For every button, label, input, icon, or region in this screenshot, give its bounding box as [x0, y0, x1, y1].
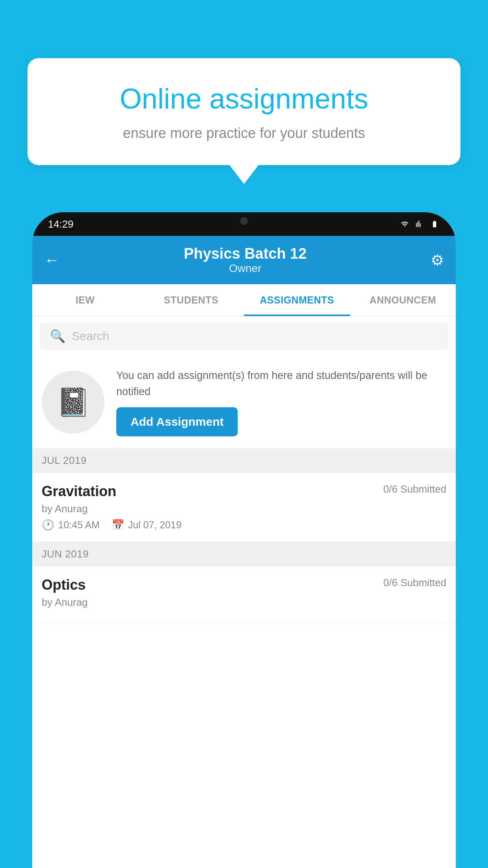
- phone-screen: ← Physics Batch 12 Owner ⚙ IEW STUDENTS …: [32, 236, 456, 868]
- app-header: ← Physics Batch 12 Owner ⚙: [32, 236, 456, 284]
- promo-content: You can add assignment(s) from here and …: [116, 368, 446, 436]
- camera: [240, 217, 248, 225]
- assignment-submitted: 0/6 Submitted: [383, 483, 446, 495]
- search-container: 🔍 Search: [32, 316, 456, 356]
- back-button[interactable]: ←: [44, 251, 60, 269]
- date-value: Jul 07, 2019: [128, 519, 182, 531]
- tab-iew[interactable]: IEW: [32, 284, 138, 316]
- search-bar[interactable]: 🔍 Search: [40, 323, 448, 349]
- status-bar: 14:29: [32, 212, 456, 236]
- bubble-title: Online assignments: [55, 82, 433, 116]
- header-title: Physics Batch 12: [184, 245, 307, 262]
- promo-section: 📓 You can add assignment(s) from here an…: [32, 356, 456, 448]
- speech-bubble: Online assignments ensure more practice …: [28, 58, 460, 165]
- assignment-name: Gravitation: [42, 483, 116, 500]
- assignment-meta: 🕐 10:45 AM 📅 Jul 07, 2019: [42, 519, 446, 531]
- promo-icon-circle: 📓: [42, 371, 105, 434]
- speech-bubble-container: Online assignments ensure more practice …: [28, 58, 460, 165]
- tab-announcements[interactable]: ANNOUNCEM: [350, 284, 456, 316]
- status-time: 14:29: [48, 218, 73, 230]
- assignment-author-2: by Anurag: [42, 596, 446, 609]
- assignment-submitted-2: 0/6 Submitted: [383, 577, 446, 589]
- promo-text: You can add assignment(s) from here and …: [116, 368, 446, 399]
- tabs-container: IEW STUDENTS ASSIGNMENTS ANNOUNCEM: [32, 284, 456, 316]
- status-icons: [399, 220, 440, 228]
- notebook-icon: 📓: [56, 386, 90, 418]
- wifi-icon: [399, 220, 410, 228]
- assignment-name-2: Optics: [42, 577, 86, 593]
- assignment-date: 📅 Jul 07, 2019: [112, 519, 182, 531]
- section-jun-2019: JUN 2019: [32, 542, 456, 566]
- signal-icon: [414, 220, 425, 228]
- phone-frame: 14:29 ← Physics Batch 12 Owner ⚙ IEW: [32, 212, 456, 868]
- assignment-author: by Anurag: [42, 503, 446, 515]
- clock-icon: 🕐: [42, 519, 54, 531]
- assignment-gravitation[interactable]: Gravitation 0/6 Submitted by Anurag 🕐 10…: [32, 473, 456, 542]
- add-assignment-button[interactable]: Add Assignment: [116, 407, 238, 436]
- phone-notch: [220, 212, 268, 230]
- assignment-optics[interactable]: Optics 0/6 Submitted by Anurag: [32, 566, 456, 623]
- gear-icon[interactable]: ⚙: [431, 252, 444, 269]
- header-subtitle: Owner: [184, 262, 307, 275]
- calendar-icon: 📅: [112, 519, 124, 531]
- search-placeholder: Search: [72, 329, 109, 343]
- tab-assignments[interactable]: ASSIGNMENTS: [244, 284, 350, 316]
- header-center: Physics Batch 12 Owner: [184, 245, 307, 275]
- battery-icon: [429, 220, 440, 228]
- time-value: 10:45 AM: [58, 519, 100, 531]
- assignment-row-top-2: Optics 0/6 Submitted: [42, 577, 446, 593]
- tab-students[interactable]: STUDENTS: [138, 284, 244, 316]
- bubble-subtitle: ensure more practice for your students: [55, 125, 433, 142]
- search-icon: 🔍: [50, 329, 66, 344]
- assignment-row-top: Gravitation 0/6 Submitted: [42, 483, 446, 500]
- section-jul-2019: JUL 2019: [32, 448, 456, 473]
- assignment-time: 🕐 10:45 AM: [42, 519, 100, 531]
